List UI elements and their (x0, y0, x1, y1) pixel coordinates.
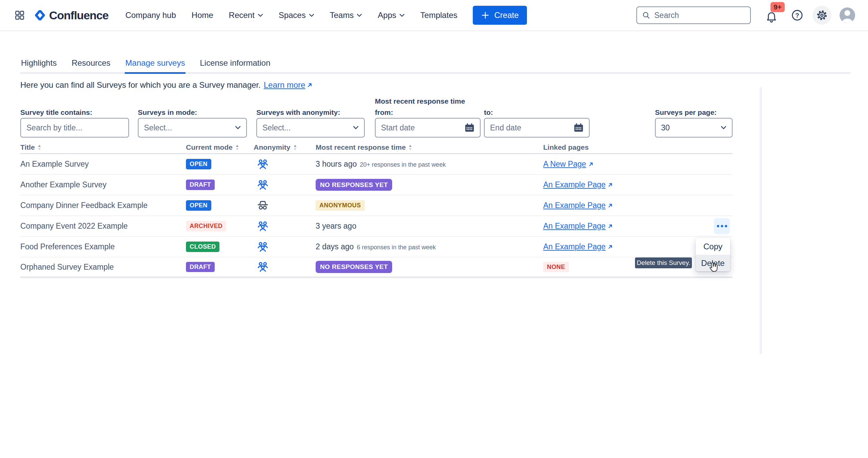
column-header-anonymity[interactable]: Anonymity (254, 143, 316, 151)
external-link-icon (588, 162, 594, 167)
anonymity-filter-label: Surveys with anonymity: (256, 108, 340, 117)
no-responses-badge: NO RESPONSES YET (316, 179, 392, 191)
notifications-button[interactable]: 9+ (765, 7, 779, 23)
tab-manage-surveys[interactable]: Manage surveys (125, 58, 186, 72)
table-row: Orphaned Survey Example DRAFT NO RESPONS… (20, 257, 733, 278)
anonymous-badge: ANONYMOUS (316, 200, 365, 211)
survey-title: Company Event 2022 Example (20, 222, 186, 231)
table-header-row: Title Current mode Anonymity Most recent… (20, 142, 733, 154)
mode-badge: CLOSED (186, 242, 219, 252)
nav-item-home[interactable]: Home (192, 11, 213, 20)
nav-item-company-hub[interactable]: Company hub (125, 11, 176, 20)
column-header-title[interactable]: Title (20, 143, 186, 151)
page-tabs: Highlights Resources Manage surveys Lice… (20, 58, 850, 74)
app-switcher-icon[interactable] (14, 10, 25, 21)
external-link-icon (307, 82, 313, 88)
top-navigation: Confluence Company hub Home Recent Space… (0, 0, 868, 31)
survey-title: Another Example Survey (20, 180, 186, 189)
tab-resources[interactable]: Resources (71, 58, 111, 72)
linked-page-link[interactable]: An Example Page (543, 201, 613, 210)
per-page-select[interactable]: 30 (655, 118, 733, 138)
survey-title: Company Dinner Feedback Example (20, 201, 186, 210)
nav-right-group: 9+ ? (636, 6, 855, 25)
group-icon (256, 157, 316, 171)
mode-badge: OPEN (186, 200, 211, 211)
linked-page-link[interactable]: An Example Page (543, 180, 613, 189)
survey-title: Food Preferences Example (20, 242, 186, 251)
response-time-cell: 2 days ago 6 responses in the past week (316, 242, 543, 251)
chevron-down-icon (721, 126, 726, 130)
sort-icon (293, 145, 297, 150)
chevron-down-icon (399, 14, 405, 17)
column-header-response-time[interactable]: Most recent response time (316, 143, 543, 151)
bell-icon (767, 13, 775, 20)
sort-icon (235, 145, 239, 150)
chevron-down-icon (309, 14, 314, 17)
confluence-logo-icon (34, 9, 46, 21)
more-icon (717, 225, 727, 228)
external-link-icon (608, 224, 613, 229)
tab-license-information[interactable]: License information (199, 58, 271, 72)
table-row: An Example Survey OPEN 3 hours ago 20+ r… (20, 154, 733, 175)
mode-select[interactable]: Select... (138, 118, 247, 138)
app-name: Confluence (49, 9, 108, 22)
row-actions-button[interactable] (714, 218, 730, 234)
external-link-icon (608, 182, 613, 188)
nav-item-apps[interactable]: Apps (378, 11, 405, 20)
sort-icon (38, 145, 41, 150)
group-icon (256, 240, 316, 254)
column-header-current-mode[interactable]: Current mode (186, 143, 254, 151)
group-icon (256, 219, 316, 233)
linked-page-link[interactable]: An Example Page (543, 242, 613, 251)
linked-page-link[interactable]: A New Page (543, 160, 594, 169)
scrollbar[interactable] (760, 87, 762, 354)
per-page-label: Surveys per page: (655, 108, 717, 117)
user-avatar[interactable] (840, 7, 855, 23)
confluence-logo[interactable]: Confluence (34, 9, 108, 22)
learn-more-link[interactable]: Learn more (264, 80, 313, 90)
end-date-input[interactable] (490, 123, 584, 132)
gear-icon (816, 9, 828, 21)
intro-text: Here you can find all Surveys for which … (20, 80, 313, 90)
surveys-table: Title Current mode Anonymity Most recent… (20, 142, 733, 278)
survey-title: Orphaned Survey Example (20, 263, 186, 272)
start-date-input[interactable] (381, 123, 474, 132)
mode-badge: DRAFT (186, 262, 215, 272)
no-responses-badge: NO RESPONSES YET (316, 261, 392, 273)
calendar-icon[interactable] (573, 122, 584, 133)
title-filter-input[interactable] (26, 123, 123, 132)
external-link-icon (608, 244, 613, 250)
linked-page-link[interactable]: An Example Page (543, 222, 613, 231)
nav-item-teams[interactable]: Teams (330, 11, 362, 20)
menu-item-copy[interactable]: Copy (696, 238, 730, 255)
table-row: Company Event 2022 Example ARCHIVED 3 ye… (20, 216, 733, 237)
anonymity-select[interactable]: Select... (256, 118, 365, 138)
from-label: from: (375, 108, 393, 117)
search-icon (642, 11, 651, 20)
plus-icon (481, 11, 490, 20)
help-button[interactable]: ? (791, 9, 804, 22)
search-input[interactable] (654, 11, 745, 20)
avatar-person-icon (845, 10, 850, 16)
calendar-icon[interactable] (464, 122, 475, 133)
nav-item-spaces[interactable]: Spaces (279, 11, 314, 20)
start-date-box (375, 118, 481, 138)
column-header-linked-pages: Linked pages (543, 143, 708, 151)
nav-item-templates[interactable]: Templates (420, 11, 457, 20)
create-button[interactable]: Create (473, 6, 527, 25)
menu-item-delete[interactable]: Delete (696, 255, 730, 271)
row-actions-menu: Copy Delete (696, 238, 730, 271)
notification-badge: 9+ (770, 2, 785, 12)
external-link-icon (608, 203, 613, 208)
chevron-down-icon (258, 14, 263, 17)
end-date-box (484, 118, 590, 138)
response-time-group-label: Most recent response time (375, 97, 465, 105)
title-filter-box (20, 118, 129, 138)
nav-item-recent[interactable]: Recent (229, 11, 263, 20)
tab-highlights[interactable]: Highlights (20, 58, 57, 72)
settings-button[interactable] (812, 6, 831, 25)
mode-badge: ARCHIVED (186, 221, 226, 231)
group-icon (256, 178, 316, 192)
search-box[interactable] (636, 6, 751, 24)
chevron-down-icon (357, 14, 362, 17)
